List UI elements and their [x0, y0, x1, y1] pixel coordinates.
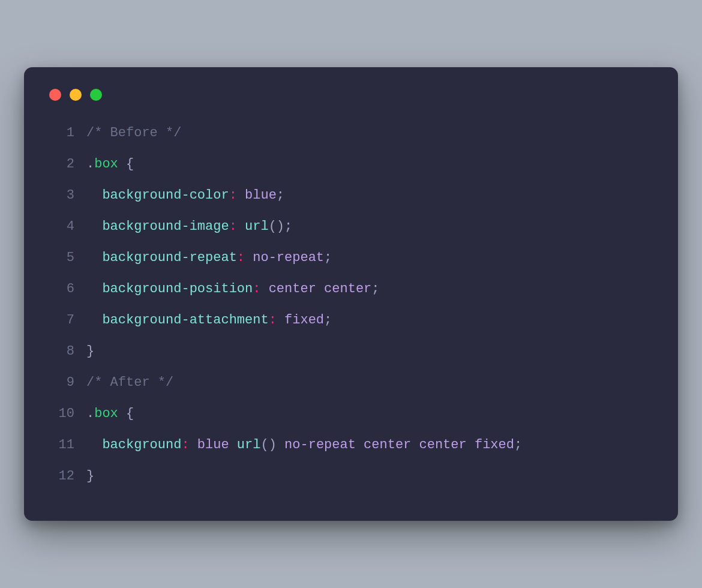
code-token [277, 437, 284, 452]
code-line: 1/* Before */ [48, 118, 654, 149]
code-token: : [253, 281, 260, 296]
code-token: : [181, 437, 189, 452]
code-token [277, 313, 284, 328]
close-icon[interactable] [49, 89, 61, 101]
minimize-icon[interactable] [70, 89, 82, 101]
code-token [260, 281, 268, 296]
code-token [237, 188, 245, 203]
code-token: fixed [284, 313, 324, 328]
code-source: background-color: blue; [86, 180, 654, 211]
line-number: 2 [48, 149, 86, 180]
code-token: /* After */ [86, 375, 173, 390]
code-window: 1/* Before */2.box {3 background-color: … [24, 67, 678, 521]
code-source: /* Before */ [86, 118, 654, 149]
code-token: background-attachment [102, 313, 268, 328]
code-token: center center [269, 281, 372, 296]
code-line: 4 background-image: url(); [48, 211, 654, 242]
code-block: 1/* Before */2.box {3 background-color: … [48, 118, 654, 492]
code-token: . [86, 157, 94, 172]
code-token: background-position [102, 281, 253, 296]
code-token: . [86, 406, 94, 421]
line-number: 3 [48, 180, 86, 211]
code-token [237, 219, 245, 234]
code-source: background-repeat: no-repeat; [86, 242, 654, 274]
code-line: 12} [48, 461, 654, 492]
code-source: .box { [86, 149, 654, 180]
code-token [86, 281, 102, 296]
code-token: : [237, 250, 245, 265]
line-number: 9 [48, 367, 86, 398]
code-source: background-image: url(); [86, 211, 654, 242]
code-source: background-position: center center; [86, 274, 654, 305]
code-token [86, 250, 102, 265]
code-token: ; [371, 281, 379, 296]
code-line: 5 background-repeat: no-repeat; [48, 242, 654, 274]
code-token: /* Before */ [86, 125, 181, 140]
code-source: background: blue url() no-repeat center … [86, 430, 654, 461]
code-token: no-repeat center center fixed [284, 437, 514, 452]
code-token [86, 313, 102, 328]
code-token: : [229, 188, 237, 203]
code-token: ; [514, 437, 522, 452]
line-number: 8 [48, 336, 86, 367]
window-traffic-lights [49, 89, 654, 101]
line-number: 12 [48, 461, 86, 492]
code-token [229, 437, 237, 452]
code-token [86, 219, 102, 234]
code-token: background-color [102, 188, 229, 203]
code-source: background-attachment: fixed; [86, 305, 654, 336]
code-source: /* After */ [86, 367, 654, 398]
code-token: } [86, 344, 94, 359]
code-line: 6 background-position: center center; [48, 274, 654, 305]
line-number: 6 [48, 274, 86, 305]
line-number: 1 [48, 118, 86, 149]
code-token: { [118, 406, 134, 421]
code-token: blue [197, 437, 229, 452]
code-source: } [86, 336, 654, 367]
zoom-icon[interactable] [90, 89, 102, 101]
code-token: ; [284, 219, 292, 234]
code-line: 10.box { [48, 398, 654, 430]
code-line: 9/* After */ [48, 367, 654, 398]
code-token: () [269, 219, 284, 234]
code-token: box [94, 157, 118, 172]
code-token: url [237, 437, 261, 452]
code-token: () [260, 437, 276, 452]
code-token: : [269, 313, 277, 328]
code-token: background-image [102, 219, 229, 234]
code-token: box [94, 406, 118, 421]
code-token: ; [277, 188, 284, 203]
code-token: } [86, 469, 94, 484]
line-number: 4 [48, 211, 86, 242]
code-line: 11 background: blue url() no-repeat cent… [48, 430, 654, 461]
code-token: : [229, 219, 237, 234]
code-token [86, 437, 102, 452]
line-number: 5 [48, 242, 86, 274]
code-token: ; [324, 313, 332, 328]
line-number: 7 [48, 305, 86, 336]
code-token [245, 250, 253, 265]
code-token: background-repeat [102, 250, 236, 265]
code-token [190, 437, 197, 452]
code-line: 8} [48, 336, 654, 367]
code-source: } [86, 461, 654, 492]
code-token [86, 188, 102, 203]
code-line: 3 background-color: blue; [48, 180, 654, 211]
code-token: ; [324, 250, 332, 265]
code-token: no-repeat [253, 250, 324, 265]
line-number: 11 [48, 430, 86, 461]
code-token: background [102, 437, 181, 452]
code-line: 7 background-attachment: fixed; [48, 305, 654, 336]
line-number: 10 [48, 398, 86, 430]
code-source: .box { [86, 398, 654, 430]
code-line: 2.box { [48, 149, 654, 180]
code-token: blue [245, 188, 277, 203]
code-token: { [118, 157, 134, 172]
code-token: url [245, 219, 269, 234]
